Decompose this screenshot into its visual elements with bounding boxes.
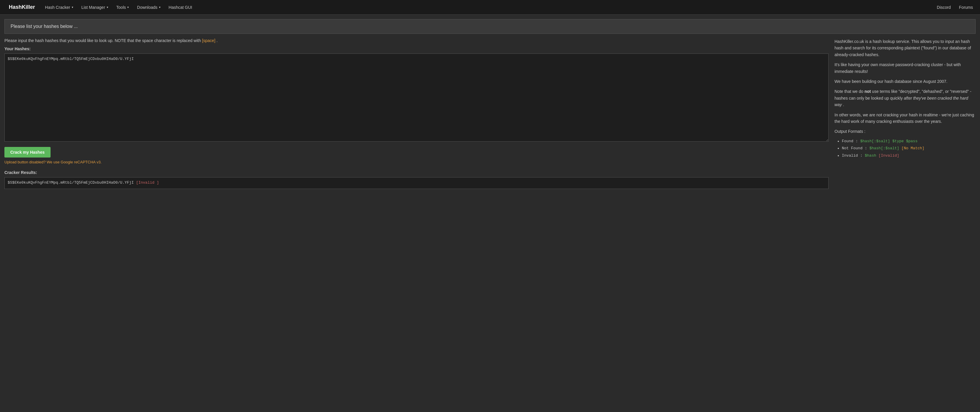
crack-button-wrapper: Crack my Hashes [5, 143, 829, 157]
hash-textarea[interactable]: $S$EKe0kuKQvFhgFnEYMpq.mRtbl/TQ5FmEjCDxb… [5, 54, 829, 142]
your-hashes-label: Your Hashes: [5, 46, 829, 51]
result-status: [Invalid ] [136, 180, 159, 185]
nav-item-forums[interactable]: Forums [955, 0, 977, 15]
output-formats-list: Found : $hash[:$salt] $type $pass Not Fo… [835, 138, 975, 159]
format-not-found: Not Found : $hash[:$salt] [No Match] [842, 145, 975, 152]
nav-brand[interactable]: HashKiller [3, 4, 41, 10]
downloads-chevron-icon: ▾ [159, 6, 161, 9]
nav-item-downloads[interactable]: Downloads ▾ [133, 0, 164, 15]
right-panel: HashKiller.co.uk is a hash lookup servic… [835, 38, 975, 189]
output-formats-title: Output Formats : [835, 128, 975, 135]
right-p1: HashKiller.co.uk is a hash lookup servic… [835, 38, 975, 58]
nav-item-tools[interactable]: Tools ▾ [112, 0, 133, 15]
recaptcha-note: Upload button disabled? We use Google re… [5, 160, 829, 164]
right-p5: In other words, we are not cracking your… [835, 112, 975, 125]
nav-left: Hash Cracker ▾ List Manager ▾ Tools ▾ Do… [41, 0, 933, 15]
right-p2: It's like having your own massive passwo… [835, 61, 975, 75]
navbar: HashKiller Hash Cracker ▾ List Manager ▾… [0, 0, 980, 15]
format-found: Found : $hash[:$salt] $type $pass [842, 138, 975, 145]
cracker-results-label: Cracker Results: [5, 170, 829, 175]
tools-chevron-icon: ▾ [127, 6, 129, 9]
section-header: Please list your hashes below ... [5, 19, 975, 34]
left-panel: Please input the hash hashes that you wo… [5, 38, 829, 189]
nav-item-discord[interactable]: Discord [933, 0, 955, 15]
main-content: Please list your hashes below ... Please… [0, 15, 980, 193]
space-tag: [space] [202, 38, 215, 43]
nav-right: Discord Forums [933, 0, 977, 15]
content-area: Please input the hash hashes that you wo… [5, 38, 975, 189]
nav-item-list-manager[interactable]: List Manager ▾ [77, 0, 112, 15]
results-box: $S$EKe0kuKQvFhgFnEYMpq.mRtbl/TQ5FmEjCDxb… [5, 177, 829, 189]
format-invalid: Invalid : $hash [Invalid] [842, 153, 975, 159]
list-manager-chevron-icon: ▾ [107, 6, 108, 9]
right-p4: Note that we do not use terms like "decr… [835, 88, 975, 108]
nav-item-hashcat-gui[interactable]: Hashcat GUI [165, 0, 196, 15]
crack-button[interactable]: Crack my Hashes [5, 147, 51, 157]
intro-text: Please input the hash hashes that you wo… [5, 38, 829, 43]
right-p3: We have been building our hash database … [835, 78, 975, 84]
hash-cracker-chevron-icon: ▾ [72, 6, 73, 9]
nav-item-hash-cracker[interactable]: Hash Cracker ▾ [41, 0, 77, 15]
